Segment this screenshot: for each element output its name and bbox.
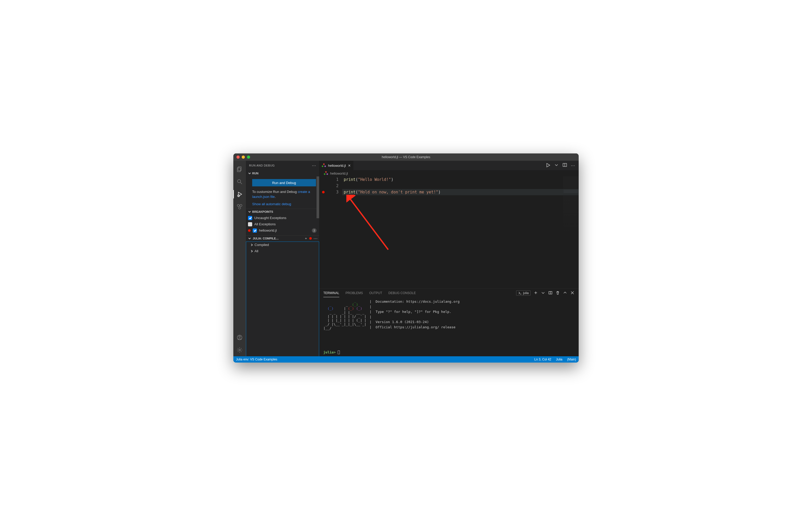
breadcrumb[interactable]: helloworld.jl (319, 170, 579, 177)
account-icon (236, 334, 243, 341)
extensions-icon (236, 204, 243, 210)
breakpoint-dot-icon[interactable] (322, 191, 325, 193)
close-tab-button[interactable]: ✕ (348, 164, 351, 168)
panel-tab-debug-console[interactable]: DEBUG CONSOLE (388, 289, 416, 297)
status-cursor-position[interactable]: Ln 3, Col 42 (534, 358, 551, 361)
new-terminal-button[interactable] (534, 291, 538, 296)
kill-terminal-button[interactable] (556, 291, 560, 296)
panel-tab-problems[interactable]: PROBLEMS (346, 289, 363, 297)
julia-banner-text: | Documentation: https://docs.julialang.… (369, 299, 459, 346)
activity-account[interactable] (233, 331, 246, 344)
breakpoint-line-badge: 3 (312, 228, 317, 233)
svg-point-5 (237, 205, 239, 207)
activity-run-debug[interactable] (233, 188, 246, 201)
section-more-button[interactable]: ⋯ (313, 236, 318, 241)
svg-rect-1 (237, 168, 240, 172)
terminal-dropdown-button[interactable] (541, 291, 545, 296)
tab-filename: helloworld.jl (328, 164, 346, 168)
bp-label: All Exceptions (254, 222, 276, 226)
run-options-dropdown[interactable] (554, 162, 559, 168)
sidebar: RUN AND DEBUG ⋯ RUN Run and Debug To cus… (246, 161, 319, 356)
svg-marker-3 (238, 192, 242, 196)
status-branch[interactable]: (Main) (567, 358, 576, 361)
panel-tab-terminal[interactable]: TERMINAL (323, 289, 339, 297)
line-number: 3 (327, 189, 339, 195)
sidebar-scroll-thumb[interactable] (317, 177, 319, 218)
terminal-prompt[interactable]: julia> (319, 349, 579, 357)
breakpoint-item[interactable]: Uncaught Exceptions (248, 215, 317, 221)
checkbox-unchecked-icon[interactable] (248, 222, 252, 226)
minimap[interactable] (563, 177, 579, 234)
julia-ascii-logo: _ _ _ _(_)_ (_) | (_) (_) _ _ _| |_ __ _… (323, 299, 366, 346)
cursor-icon (338, 351, 340, 354)
maximize-panel-button[interactable] (563, 291, 567, 296)
line-number: 1 (327, 177, 339, 183)
terminal-name-button[interactable]: julia (516, 291, 530, 296)
panel: TERMINAL PROBLEMS OUTPUT DEBUG CONSOLE j… (319, 288, 579, 356)
chevron-down-icon (248, 237, 251, 240)
section-breakpoints-header[interactable]: BREAKPOINTS (246, 209, 319, 215)
line-number-gutter: 1 2 3 (327, 177, 342, 288)
breakpoint-gutter[interactable] (319, 177, 327, 288)
window-title: helloworld.jl — VS Code Examples (233, 155, 579, 159)
svg-point-2 (237, 180, 241, 183)
editor-more-button[interactable]: ⋯ (571, 163, 575, 168)
julia-file-icon (322, 163, 326, 168)
run-debug-icon (236, 191, 243, 198)
panel-tab-output[interactable]: OUTPUT (369, 289, 382, 297)
svg-rect-0 (238, 167, 241, 171)
activity-extensions[interactable] (233, 201, 246, 213)
activity-settings[interactable] (233, 344, 246, 356)
bp-label: Uncaught Exceptions (254, 216, 286, 220)
activity-explorer[interactable] (233, 163, 246, 175)
files-icon (236, 166, 243, 172)
run-help-text: To customize Run and Debug create a laun… (252, 189, 316, 200)
tree-item-all[interactable]: All (246, 248, 319, 254)
svg-marker-11 (547, 163, 550, 167)
editor-tabs: helloworld.jl ✕ ⋯ (319, 161, 579, 170)
chevron-down-icon (248, 172, 251, 175)
breadcrumb-filename: helloworld.jl (330, 172, 348, 175)
line-number: 2 (327, 183, 339, 189)
status-language[interactable]: Julia (556, 358, 562, 361)
section-julia-compiled-header[interactable]: JULIA: COMPILE… ＋ ⋯ (246, 235, 319, 242)
checkbox-checked-icon[interactable] (253, 229, 257, 233)
close-panel-button[interactable] (570, 291, 575, 296)
breakpoint-item[interactable]: All Exceptions (248, 221, 317, 227)
code-content[interactable]: print("Hello World!") print("Hold on now… (342, 177, 579, 288)
vscode-window: helloworld.jl — VS Code Examples (233, 153, 579, 363)
breakpoint-item[interactable]: helloworld.jl 3 (248, 227, 317, 234)
julia-compiled-tree: Compiled All (246, 242, 319, 356)
sidebar-more-button[interactable]: ⋯ (312, 163, 316, 168)
show-automatic-debug-link[interactable]: Show all automatic debug (252, 202, 316, 206)
split-editor-button[interactable] (562, 162, 567, 168)
status-julia-env[interactable]: Julia env: VS Code Examples (236, 358, 277, 361)
section-run-label: RUN (252, 172, 258, 175)
prompt-icon (518, 291, 522, 295)
bp-label: helloworld.jl (259, 229, 277, 232)
run-file-button[interactable] (546, 162, 550, 168)
activity-search[interactable] (233, 175, 246, 188)
checkbox-checked-icon[interactable] (248, 216, 252, 220)
julia-file-icon (324, 171, 328, 175)
split-terminal-button[interactable] (548, 291, 552, 296)
gear-icon (236, 347, 243, 353)
section-julia-compiled-label: JULIA: COMPILE… (253, 237, 279, 240)
chevron-right-icon (250, 243, 253, 247)
search-icon (236, 179, 243, 185)
editor-area: helloworld.jl ✕ ⋯ helloworld.jl (319, 161, 579, 356)
chevron-down-icon (248, 210, 251, 214)
code-editor[interactable]: 1 2 3 print("Hello World!") print("Hold … (319, 177, 579, 288)
add-compiled-button[interactable]: ＋ (304, 236, 308, 241)
red-dot-icon (309, 237, 312, 240)
activity-bar (233, 161, 246, 356)
section-run-header[interactable]: RUN (246, 170, 319, 177)
sidebar-title: RUN AND DEBUG (249, 164, 275, 167)
chevron-right-icon (250, 249, 253, 253)
tree-item-compiled[interactable]: Compiled (246, 242, 319, 248)
editor-tab[interactable]: helloworld.jl ✕ (319, 161, 354, 170)
svg-point-9 (239, 336, 240, 337)
svg-line-13 (349, 198, 388, 250)
svg-point-6 (240, 205, 242, 207)
run-and-debug-button[interactable]: Run and Debug (252, 179, 316, 186)
